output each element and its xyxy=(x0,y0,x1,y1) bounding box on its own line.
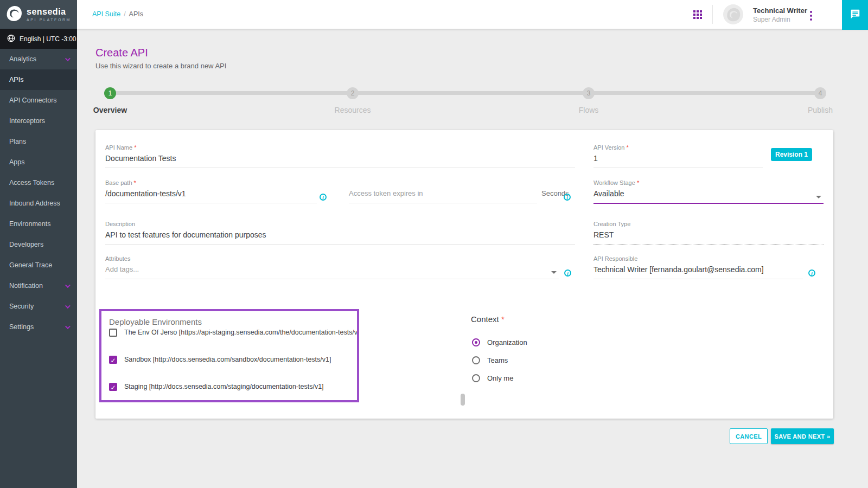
dropdown-caret-icon xyxy=(816,196,821,198)
environment-option-jerso[interactable]: The Env Of Jerso [https://api-staging.se… xyxy=(101,329,357,346)
description-field[interactable]: Description API to test features for doc… xyxy=(105,221,575,245)
attributes-label: Attributes xyxy=(105,255,130,262)
brand-tagline: API PLATFORM xyxy=(27,18,71,22)
user-info: Technical Writer Super Admin xyxy=(753,7,807,23)
sidebar-item-plans[interactable]: Plans xyxy=(0,131,77,152)
deployable-environments-title: Deployable Environments xyxy=(109,317,357,326)
sensedia-logo-icon xyxy=(5,5,23,24)
api-responsible-info-icon[interactable]: i xyxy=(808,269,815,277)
radio-unselected-icon[interactable] xyxy=(472,356,480,364)
top-header: API Suite / APIs Technical Writer Super … xyxy=(77,0,868,29)
dropdown-caret-icon xyxy=(551,271,557,274)
environments-list[interactable]: The Env Of Jerso [https://api-staging.se… xyxy=(101,329,357,400)
locale-label: English | UTC -3:00 xyxy=(20,35,76,43)
attributes-info-icon[interactable]: i xyxy=(564,269,571,277)
scrollbar-thumb[interactable] xyxy=(461,394,465,406)
checkbox-checked-icon[interactable]: ✓ xyxy=(109,383,117,391)
workflow-stage-value[interactable]: Available xyxy=(593,189,824,200)
step-number: 4 xyxy=(814,87,826,99)
stepper-track xyxy=(110,91,820,95)
brand-name: sensedia xyxy=(27,8,71,16)
environment-option-sandbox[interactable]: ✓ Sandbox [http://docs.sensedia.com/sand… xyxy=(101,346,357,373)
checkbox-checked-icon[interactable]: ✓ xyxy=(109,356,117,364)
breadcrumb-apis: APIs xyxy=(129,10,143,18)
access-token-field[interactable]: Access token expires in xyxy=(349,179,537,203)
sidebar-item-api-connectors[interactable]: API Connectors xyxy=(0,90,77,111)
api-version-value[interactable]: 1 xyxy=(593,154,763,164)
step-number: 1 xyxy=(104,87,116,99)
api-version-field[interactable]: API Version * 1 xyxy=(593,144,763,168)
locale-selector[interactable]: English | UTC -3:00 xyxy=(0,29,77,49)
api-responsible-label: API Responsible xyxy=(593,255,637,262)
step-flows[interactable]: 3 Flows xyxy=(556,87,621,114)
header-divider xyxy=(712,5,713,24)
chevron-down-icon xyxy=(65,282,71,288)
sidebar-item-interceptors[interactable]: Interceptors xyxy=(0,111,77,131)
checkbox-unchecked-icon[interactable] xyxy=(109,329,117,337)
chevron-down-icon xyxy=(65,324,71,329)
api-name-value[interactable]: Documentation Tests xyxy=(105,154,575,164)
api-name-label: API Name xyxy=(105,144,132,151)
workflow-stage-field[interactable]: Workflow Stage * Available xyxy=(593,179,824,204)
sidebar-item-environments[interactable]: Environments xyxy=(0,214,77,234)
required-mark: * xyxy=(134,179,136,186)
context-option-only-me[interactable]: Only me xyxy=(472,374,513,382)
access-token-placeholder[interactable]: Access token expires in xyxy=(349,189,537,200)
step-resources[interactable]: 2 Resources xyxy=(320,87,385,114)
required-mark: * xyxy=(627,144,629,151)
breadcrumb-api-suite[interactable]: API Suite xyxy=(92,10,120,18)
sidebar-item-inbound-address[interactable]: Inbound Address xyxy=(0,193,77,214)
workflow-stage-label: Workflow Stage xyxy=(593,179,635,186)
user-menu-icon[interactable] xyxy=(809,10,813,22)
chat-icon xyxy=(849,8,861,22)
attributes-field[interactable]: Attributes Add tags... xyxy=(105,255,559,279)
sidebar-item-settings[interactable]: Settings xyxy=(0,317,77,337)
required-mark: * xyxy=(501,314,505,324)
sidebar-item-apis[interactable]: APIs xyxy=(0,69,77,90)
api-responsible-value[interactable]: Technical Writer [fernanda.goulart@sense… xyxy=(593,265,803,275)
chevron-down-icon xyxy=(65,56,71,61)
sidebar-item-security[interactable]: Security xyxy=(0,296,77,317)
sidebar-item-notification[interactable]: Notification xyxy=(0,275,77,296)
base-path-field[interactable]: Base path * /documentation-tests/v1 xyxy=(105,179,317,203)
context-option-organization[interactable]: Organization xyxy=(472,338,527,346)
api-responsible-field[interactable]: API Responsible Technical Writer [fernan… xyxy=(593,255,803,279)
base-path-label: Base path xyxy=(105,179,132,186)
radio-selected-icon[interactable] xyxy=(472,338,480,346)
deployable-environments-panel: Deployable Environments The Env Of Jerso… xyxy=(99,309,359,402)
description-value[interactable]: API to test features for documentation p… xyxy=(105,230,575,241)
brand-logo: sensedia API PLATFORM xyxy=(0,0,77,29)
sidebar-item-developers[interactable]: Developers xyxy=(0,234,77,255)
sidebar-item-general-trace[interactable]: General Trace xyxy=(0,255,77,275)
page-subtitle: Use this wizard to create a brand new AP… xyxy=(95,62,226,70)
step-overview[interactable]: 1 Overview xyxy=(78,87,143,114)
base-path-info-icon[interactable]: i xyxy=(320,194,327,201)
create-api-form-card: API Name * Documentation Tests API Versi… xyxy=(95,130,833,419)
access-token-info-icon[interactable]: i xyxy=(564,194,571,201)
step-publish[interactable]: 4 Publish xyxy=(788,87,853,114)
sidebar-item-apps[interactable]: Apps xyxy=(0,152,77,172)
sidebar-item-access-tokens[interactable]: Access Tokens xyxy=(0,172,77,193)
required-mark: * xyxy=(637,179,639,186)
api-name-field[interactable]: API Name * Documentation Tests xyxy=(105,144,575,168)
radio-unselected-icon[interactable] xyxy=(472,374,480,382)
attributes-placeholder[interactable]: Add tags... xyxy=(105,265,559,275)
apps-grid-icon[interactable] xyxy=(693,10,702,19)
page-title: Create API xyxy=(95,47,148,59)
creation-type-label: Creation Type xyxy=(593,221,630,227)
avatar[interactable] xyxy=(723,4,743,24)
required-mark: * xyxy=(134,144,136,151)
base-path-value[interactable]: /documentation-tests/v1 xyxy=(105,189,317,200)
revision-badge: Revision 1 xyxy=(771,148,812,161)
context-option-teams[interactable]: Teams xyxy=(472,356,508,364)
creation-type-value: REST xyxy=(593,230,824,241)
environment-option-staging[interactable]: ✓ Staging [http://docs.sensedia.com/stag… xyxy=(101,373,357,400)
user-name: Technical Writer xyxy=(753,7,807,15)
sidebar: sensedia API PLATFORM English | UTC -3:0… xyxy=(0,0,77,488)
chevron-down-icon xyxy=(65,303,71,309)
creation-type-field: Creation Type REST xyxy=(593,221,824,245)
cancel-button[interactable]: CANCEL xyxy=(730,428,768,444)
sidebar-item-analytics[interactable]: Analytics xyxy=(0,49,77,69)
chat-button[interactable] xyxy=(842,0,868,30)
save-and-next-button[interactable]: SAVE AND NEXT » xyxy=(771,428,834,444)
